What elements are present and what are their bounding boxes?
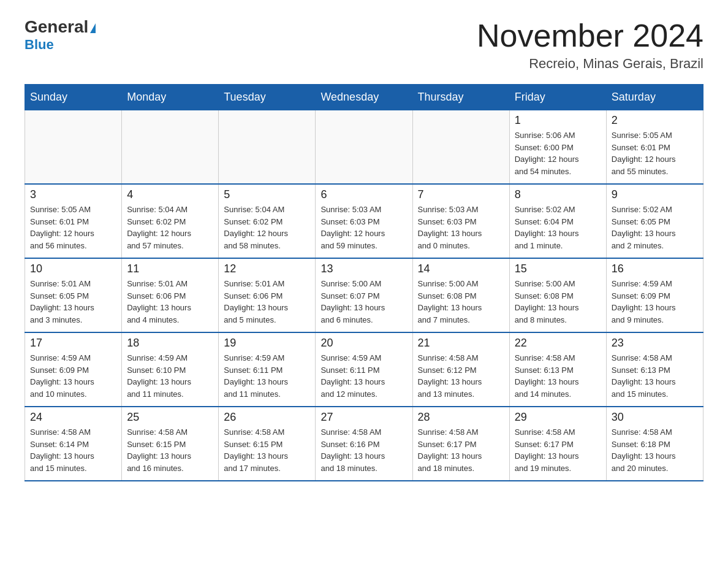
calendar-cell: 13Sunrise: 5:00 AM Sunset: 6:07 PM Dayli… [316, 258, 412, 332]
calendar-cell [219, 110, 316, 185]
day-info: Sunrise: 4:58 AM Sunset: 6:15 PM Dayligh… [224, 426, 310, 474]
day-number: 30 [612, 411, 698, 424]
day-info: Sunrise: 4:58 AM Sunset: 6:17 PM Dayligh… [515, 426, 601, 474]
day-number: 19 [224, 337, 310, 350]
calendar-cell: 3Sunrise: 5:05 AM Sunset: 6:01 PM Daylig… [25, 184, 122, 258]
day-number: 18 [127, 337, 213, 350]
calendar-cell: 23Sunrise: 4:58 AM Sunset: 6:13 PM Dayli… [606, 332, 703, 407]
day-number: 25 [127, 411, 213, 424]
calendar-cell: 24Sunrise: 4:58 AM Sunset: 6:14 PM Dayli… [25, 407, 122, 481]
day-number: 6 [320, 188, 407, 201]
day-info: Sunrise: 5:00 AM Sunset: 6:08 PM Dayligh… [515, 278, 601, 326]
calendar-cell: 4Sunrise: 5:04 AM Sunset: 6:02 PM Daylig… [122, 184, 219, 258]
day-number: 16 [612, 262, 698, 275]
day-number: 24 [30, 411, 116, 424]
day-info: Sunrise: 4:58 AM Sunset: 6:16 PM Dayligh… [320, 426, 407, 474]
calendar-cell: 28Sunrise: 4:58 AM Sunset: 6:17 PM Dayli… [412, 407, 509, 481]
calendar-header: SundayMondayTuesdayWednesdayThursdayFrid… [25, 85, 703, 110]
calendar-cell [412, 110, 509, 185]
day-info: Sunrise: 4:58 AM Sunset: 6:18 PM Dayligh… [612, 426, 698, 474]
day-info: Sunrise: 4:59 AM Sunset: 6:11 PM Dayligh… [224, 352, 310, 400]
day-info: Sunrise: 5:01 AM Sunset: 6:06 PM Dayligh… [224, 278, 310, 326]
day-info: Sunrise: 5:06 AM Sunset: 6:00 PM Dayligh… [515, 129, 601, 177]
day-info: Sunrise: 4:58 AM Sunset: 6:13 PM Dayligh… [612, 352, 698, 400]
day-number: 8 [515, 188, 601, 201]
weekday-header-monday: Monday [122, 85, 219, 110]
day-info: Sunrise: 5:02 AM Sunset: 6:05 PM Dayligh… [612, 204, 698, 251]
logo-blue: Blue [25, 37, 54, 53]
calendar-body: 1Sunrise: 5:06 AM Sunset: 6:00 PM Daylig… [25, 110, 703, 481]
weekday-header-saturday: Saturday [606, 85, 703, 110]
day-number: 14 [418, 262, 504, 275]
calendar-week-row: 1Sunrise: 5:06 AM Sunset: 6:00 PM Daylig… [25, 110, 703, 185]
calendar-cell: 19Sunrise: 4:59 AM Sunset: 6:11 PM Dayli… [219, 332, 316, 407]
day-number: 10 [30, 262, 116, 275]
day-number: 2 [612, 114, 698, 127]
calendar-week-row: 10Sunrise: 5:01 AM Sunset: 6:05 PM Dayli… [25, 258, 703, 332]
calendar-cell: 18Sunrise: 4:59 AM Sunset: 6:10 PM Dayli… [122, 332, 219, 407]
day-info: Sunrise: 4:59 AM Sunset: 6:09 PM Dayligh… [612, 278, 698, 326]
calendar-cell: 20Sunrise: 4:59 AM Sunset: 6:11 PM Dayli… [316, 332, 412, 407]
calendar-table: SundayMondayTuesdayWednesdayThursdayFrid… [25, 84, 703, 481]
day-info: Sunrise: 5:05 AM Sunset: 6:01 PM Dayligh… [30, 204, 116, 251]
calendar-cell: 2Sunrise: 5:05 AM Sunset: 6:01 PM Daylig… [606, 110, 703, 185]
calendar-cell: 1Sunrise: 5:06 AM Sunset: 6:00 PM Daylig… [509, 110, 606, 185]
logo: General Blue [25, 18, 96, 53]
weekday-header-wednesday: Wednesday [316, 85, 412, 110]
weekday-header-friday: Friday [509, 85, 606, 110]
day-number: 23 [612, 337, 698, 350]
calendar-cell: 5Sunrise: 5:04 AM Sunset: 6:02 PM Daylig… [219, 184, 316, 258]
day-info: Sunrise: 5:02 AM Sunset: 6:04 PM Dayligh… [515, 204, 601, 251]
calendar-cell: 30Sunrise: 4:58 AM Sunset: 6:18 PM Dayli… [606, 407, 703, 481]
day-number: 12 [224, 262, 310, 275]
day-number: 17 [30, 337, 116, 350]
calendar-cell: 25Sunrise: 4:58 AM Sunset: 6:15 PM Dayli… [122, 407, 219, 481]
calendar-week-row: 17Sunrise: 4:59 AM Sunset: 6:09 PM Dayli… [25, 332, 703, 407]
calendar-cell: 11Sunrise: 5:01 AM Sunset: 6:06 PM Dayli… [122, 258, 219, 332]
calendar-week-row: 3Sunrise: 5:05 AM Sunset: 6:01 PM Daylig… [25, 184, 703, 258]
day-info: Sunrise: 5:01 AM Sunset: 6:05 PM Dayligh… [30, 278, 116, 326]
day-info: Sunrise: 5:00 AM Sunset: 6:07 PM Dayligh… [320, 278, 407, 326]
calendar-cell: 12Sunrise: 5:01 AM Sunset: 6:06 PM Dayli… [219, 258, 316, 332]
day-number: 11 [127, 262, 213, 275]
calendar-cell [122, 110, 219, 185]
weekday-header-thursday: Thursday [412, 85, 509, 110]
weekday-header-sunday: Sunday [25, 85, 122, 110]
day-number: 26 [224, 411, 310, 424]
calendar-cell: 15Sunrise: 5:00 AM Sunset: 6:08 PM Dayli… [509, 258, 606, 332]
day-info: Sunrise: 5:01 AM Sunset: 6:06 PM Dayligh… [127, 278, 213, 326]
day-number: 21 [418, 337, 504, 350]
day-info: Sunrise: 4:58 AM Sunset: 6:13 PM Dayligh… [515, 352, 601, 400]
calendar-cell: 9Sunrise: 5:02 AM Sunset: 6:05 PM Daylig… [606, 184, 703, 258]
page-subtitle: Recreio, Minas Gerais, Brazil [477, 56, 703, 72]
day-number: 29 [515, 411, 601, 424]
calendar-cell: 29Sunrise: 4:58 AM Sunset: 6:17 PM Dayli… [509, 407, 606, 481]
calendar-cell: 21Sunrise: 4:58 AM Sunset: 6:12 PM Dayli… [412, 332, 509, 407]
weekday-header-tuesday: Tuesday [219, 85, 316, 110]
calendar-cell: 14Sunrise: 5:00 AM Sunset: 6:08 PM Dayli… [412, 258, 509, 332]
day-number: 9 [612, 188, 698, 201]
calendar-week-row: 24Sunrise: 4:58 AM Sunset: 6:14 PM Dayli… [25, 407, 703, 481]
calendar-cell: 8Sunrise: 5:02 AM Sunset: 6:04 PM Daylig… [509, 184, 606, 258]
calendar-cell: 22Sunrise: 4:58 AM Sunset: 6:13 PM Dayli… [509, 332, 606, 407]
day-info: Sunrise: 4:58 AM Sunset: 6:14 PM Dayligh… [30, 426, 116, 474]
day-info: Sunrise: 5:00 AM Sunset: 6:08 PM Dayligh… [418, 278, 504, 326]
day-info: Sunrise: 4:59 AM Sunset: 6:10 PM Dayligh… [127, 352, 213, 400]
day-info: Sunrise: 4:59 AM Sunset: 6:11 PM Dayligh… [320, 352, 407, 400]
calendar-cell: 10Sunrise: 5:01 AM Sunset: 6:05 PM Dayli… [25, 258, 122, 332]
day-number: 28 [418, 411, 504, 424]
day-number: 13 [320, 262, 407, 275]
page-header: General Blue November 2024 Recreio, Mina… [25, 18, 703, 72]
weekday-header-row: SundayMondayTuesdayWednesdayThursdayFrid… [25, 85, 703, 110]
day-info: Sunrise: 4:58 AM Sunset: 6:17 PM Dayligh… [418, 426, 504, 474]
calendar-cell [316, 110, 412, 185]
day-info: Sunrise: 4:58 AM Sunset: 6:15 PM Dayligh… [127, 426, 213, 474]
day-info: Sunrise: 5:03 AM Sunset: 6:03 PM Dayligh… [418, 204, 504, 251]
page-title: November 2024 [477, 18, 703, 53]
day-number: 27 [320, 411, 407, 424]
calendar-cell: 16Sunrise: 4:59 AM Sunset: 6:09 PM Dayli… [606, 258, 703, 332]
calendar-cell: 17Sunrise: 4:59 AM Sunset: 6:09 PM Dayli… [25, 332, 122, 407]
day-number: 3 [30, 188, 116, 201]
calendar-cell: 6Sunrise: 5:03 AM Sunset: 6:03 PM Daylig… [316, 184, 412, 258]
day-number: 20 [320, 337, 407, 350]
